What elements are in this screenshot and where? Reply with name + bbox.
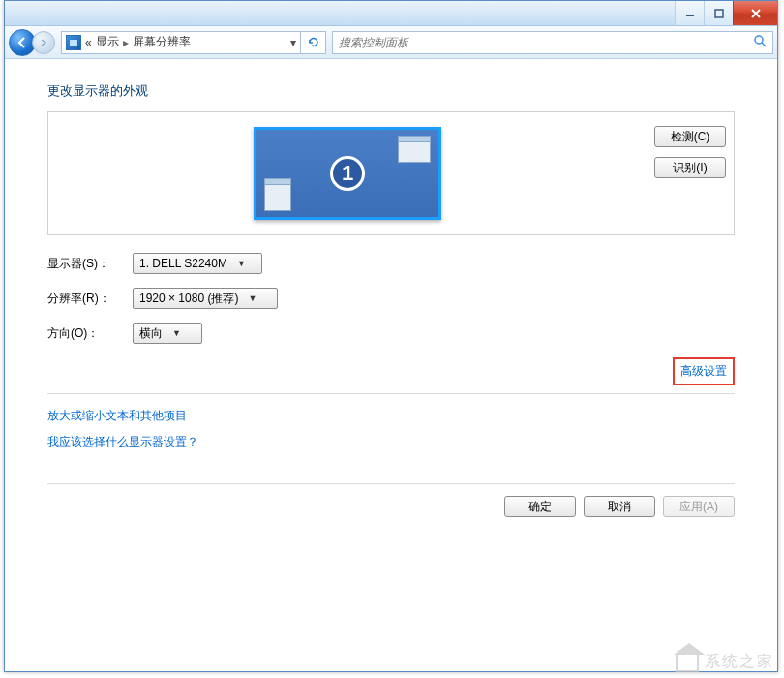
svg-point-2 bbox=[755, 36, 763, 44]
refresh-button[interactable] bbox=[301, 31, 326, 54]
breadcrumb-resolution[interactable]: 屏幕分辨率 bbox=[133, 34, 191, 50]
maximize-button[interactable] bbox=[704, 1, 733, 25]
display-combobox[interactable]: 1. DELL S2240M ▼ bbox=[133, 253, 262, 274]
search-box[interactable] bbox=[332, 31, 773, 54]
search-input[interactable] bbox=[339, 36, 749, 49]
watermark: 系统之家 bbox=[676, 652, 774, 672]
content-area: 更改显示器的外观 1 检测(C) 识别(I) 显示器(S)： 1. DELL S… bbox=[5, 59, 777, 527]
address-dropdown-icon[interactable]: ▾ bbox=[290, 36, 296, 49]
control-panel-icon bbox=[66, 35, 81, 50]
orientation-label: 方向(O)： bbox=[47, 325, 133, 342]
help-choose-display-link[interactable]: 我应该选择什么显示器设置？ bbox=[47, 434, 735, 450]
monitor-number-badge: 1 bbox=[330, 156, 365, 191]
title-bar bbox=[5, 1, 777, 26]
cancel-button[interactable]: 取消 bbox=[584, 496, 655, 517]
display-preview-panel: 1 检测(C) 识别(I) bbox=[47, 111, 735, 235]
resolution-value: 1920 × 1080 (推荐) bbox=[139, 291, 238, 307]
svg-rect-1 bbox=[715, 10, 723, 17]
text-size-link[interactable]: 放大或缩小文本和其他项目 bbox=[47, 408, 735, 424]
advanced-settings-row: 高级设置 bbox=[47, 357, 735, 385]
watermark-text: 系统之家 bbox=[705, 652, 774, 672]
chevron-down-icon: ▼ bbox=[237, 259, 246, 268]
forward-button[interactable] bbox=[32, 31, 55, 54]
resolution-selector-row: 分辨率(R)： 1920 × 1080 (推荐) ▼ bbox=[47, 288, 735, 309]
apply-button[interactable]: 应用(A) bbox=[663, 496, 735, 517]
dialog-footer: 确定 取消 应用(A) bbox=[47, 483, 735, 517]
display-label: 显示器(S)： bbox=[47, 256, 133, 272]
orientation-value: 横向 bbox=[139, 325, 163, 342]
preview-window-icon bbox=[398, 136, 431, 163]
search-icon[interactable] bbox=[753, 34, 767, 50]
orientation-selector-row: 方向(O)： 横向 ▼ bbox=[47, 323, 735, 344]
display-preview[interactable]: 1 bbox=[56, 120, 639, 227]
close-button[interactable] bbox=[733, 1, 777, 25]
nav-bar: « 显示 ▸ 屏幕分辨率 ▾ bbox=[5, 26, 777, 59]
page-heading: 更改显示器的外观 bbox=[47, 82, 735, 100]
breadcrumb-display[interactable]: 显示 bbox=[96, 34, 119, 50]
resolution-combobox[interactable]: 1920 × 1080 (推荐) ▼ bbox=[133, 288, 278, 309]
preview-window-icon bbox=[264, 178, 291, 211]
window-frame: « 显示 ▸ 屏幕分辨率 ▾ 更改显示器的外观 1 bbox=[4, 0, 778, 672]
minimize-button[interactable] bbox=[675, 1, 704, 25]
monitor-1-preview[interactable]: 1 bbox=[254, 127, 441, 220]
breadcrumb-separator-icon: ▸ bbox=[123, 36, 129, 49]
chevron-down-icon: ▼ bbox=[172, 328, 181, 338]
orientation-combobox[interactable]: 横向 ▼ bbox=[133, 323, 202, 344]
preview-side-buttons: 检测(C) 识别(I) bbox=[639, 120, 726, 178]
watermark-house-icon bbox=[676, 653, 699, 672]
display-value: 1. DELL S2240M bbox=[139, 257, 227, 270]
identify-button[interactable]: 识别(I) bbox=[654, 157, 726, 178]
advanced-settings-link[interactable]: 高级设置 bbox=[673, 357, 735, 385]
svg-rect-0 bbox=[686, 15, 694, 16]
ok-button[interactable]: 确定 bbox=[504, 496, 576, 517]
address-bar[interactable]: « 显示 ▸ 屏幕分辨率 ▾ bbox=[61, 31, 301, 54]
divider bbox=[47, 393, 735, 394]
resolution-label: 分辨率(R)： bbox=[47, 291, 133, 307]
display-selector-row: 显示器(S)： 1. DELL S2240M ▼ bbox=[47, 253, 735, 274]
detect-button[interactable]: 检测(C) bbox=[654, 126, 726, 147]
chevron-down-icon: ▼ bbox=[248, 293, 256, 303]
breadcrumb-prefix: « bbox=[85, 36, 92, 49]
